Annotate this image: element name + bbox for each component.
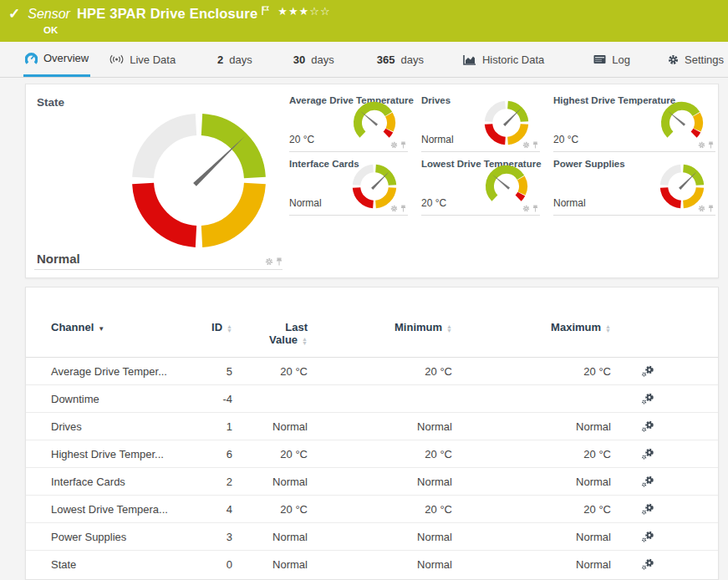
object-kind-label: Sensor: [28, 7, 70, 22]
channel-minimum: Normal: [308, 413, 452, 440]
channel-id: 0: [185, 551, 232, 578]
pin-icon[interactable]: [400, 205, 406, 212]
gauge-icon: [25, 53, 38, 64]
tab-live-data[interactable]: Live Data: [108, 42, 177, 77]
channel-id: 4: [185, 496, 232, 523]
pin-icon[interactable]: [708, 205, 714, 212]
channel-id: 1: [185, 413, 232, 440]
channel-settings-icon[interactable]: [640, 393, 718, 405]
table-row: Lowest Drive Tempera... 4 20 °C 20 °C 20…: [26, 496, 718, 523]
tab-2-days[interactable]: 2 days: [216, 42, 254, 77]
gear-icon[interactable]: [390, 141, 398, 149]
gauge-tile-lowest-drive-temperature[interactable]: Lowest Drive Temperature 20 °C: [421, 152, 540, 216]
historic-data-icon: [463, 54, 476, 65]
flag-icon[interactable]: [262, 6, 269, 15]
sort-toggle-icon: ▲▼: [227, 324, 232, 333]
channel-table: Channel▼ ID▲▼ LastValue▲▼ Minimum▲▼ Maxi…: [26, 309, 718, 578]
sort-desc-icon: ▼: [98, 325, 104, 333]
channel-maximum: Normal: [452, 523, 611, 551]
channel-id: 6: [185, 440, 232, 468]
channel-maximum: Normal: [452, 413, 611, 440]
table-row: Power Supplies 3 Normal Normal Normal: [26, 523, 718, 551]
channel-link[interactable]: State: [51, 558, 76, 571]
channel-link[interactable]: Power Supplies: [51, 531, 126, 543]
priority-stars[interactable]: ★★★☆☆: [277, 5, 330, 18]
column-header-id[interactable]: ID▲▼: [185, 309, 232, 358]
channel-link[interactable]: Interface Cards: [51, 476, 125, 488]
gear-icon[interactable]: [390, 205, 398, 212]
gauge-tile-average-drive-temperature[interactable]: Average Drive Temperature 20 °C: [289, 89, 408, 152]
channel-id: 5: [185, 358, 232, 385]
channel-settings-icon[interactable]: [640, 531, 718, 543]
gear-icon[interactable]: [265, 257, 273, 266]
channel-settings-icon[interactable]: [640, 448, 718, 460]
tab-30-days[interactable]: 30 days: [292, 42, 336, 77]
state-gauge-value: Normal: [37, 252, 80, 266]
table-row: Highest Drive Temper... 6 20 °C 20 °C 20…: [26, 440, 718, 468]
channel-last-value: 20 °C: [232, 496, 308, 523]
gear-icon[interactable]: [698, 141, 705, 149]
column-header-actions: [611, 309, 718, 358]
tab-overview[interactable]: Overview: [23, 42, 90, 77]
tab-365-days[interactable]: 365 days: [375, 42, 425, 77]
channel-last-value: Normal: [232, 523, 308, 551]
state-gauge[interactable]: [132, 114, 266, 247]
gear-icon[interactable]: [522, 205, 530, 212]
channel-maximum: [452, 385, 611, 413]
pin-icon[interactable]: [708, 141, 714, 149]
gauge-tile-power-supplies[interactable]: Power Supplies Normal: [553, 152, 715, 216]
pin-icon[interactable]: [400, 141, 406, 149]
live-data-icon: [109, 54, 124, 64]
column-header-channel[interactable]: Channel▼: [26, 309, 185, 358]
gauge-tile-interface-cards[interactable]: Interface Cards Normal: [289, 152, 408, 216]
gear-icon: [668, 54, 679, 65]
channel-link[interactable]: Drives: [51, 420, 82, 433]
channel-maximum: Normal: [452, 468, 611, 496]
sort-toggle-icon: ▲▼: [605, 324, 611, 333]
channel-maximum: 20 °C: [452, 440, 611, 468]
channel-minimum: [308, 385, 452, 413]
channel-link[interactable]: Average Drive Temper...: [51, 365, 167, 378]
channel-minimum: Normal: [308, 523, 452, 551]
channel-settings-icon[interactable]: [640, 476, 718, 488]
channel-maximum: 20 °C: [452, 496, 611, 523]
column-header-last-value[interactable]: LastValue▲▼: [232, 309, 308, 358]
channel-settings-icon[interactable]: [640, 503, 718, 516]
channel-minimum: 20 °C: [308, 358, 452, 385]
pin-icon[interactable]: [276, 257, 283, 266]
channel-table-panel: Channel▼ ID▲▼ LastValue▲▼ Minimum▲▼ Maxi…: [25, 287, 719, 580]
table-row: Drives 1 Normal Normal Normal: [26, 413, 718, 440]
temperature-gauge-icon: [352, 100, 397, 145]
gauge-tile-drives[interactable]: Drives Normal: [421, 89, 540, 152]
gear-icon[interactable]: [522, 141, 530, 149]
channel-maximum: 20 °C: [452, 358, 611, 385]
channel-minimum: 20 °C: [308, 496, 452, 523]
state-gauge-title: State: [37, 96, 64, 109]
tab-settings[interactable]: Settings: [666, 42, 725, 77]
channel-settings-icon[interactable]: [640, 558, 718, 571]
table-row: Average Drive Temper... 5 20 °C 20 °C 20…: [26, 358, 718, 385]
column-header-maximum[interactable]: Maximum▲▼: [452, 309, 611, 358]
table-row: Interface Cards 2 Normal Normal Normal: [26, 468, 718, 496]
channel-id: -4: [185, 385, 232, 413]
channel-link[interactable]: Downtime: [51, 393, 99, 405]
channel-link[interactable]: Highest Drive Temper...: [51, 448, 164, 460]
channel-link[interactable]: Lowest Drive Tempera...: [51, 503, 168, 516]
mini-gauge-grid: Average Drive Temperature 20 °C Drives: [289, 89, 717, 216]
pin-icon[interactable]: [532, 205, 538, 212]
divider: [34, 269, 283, 270]
channel-settings-icon[interactable]: [640, 365, 718, 378]
column-header-minimum[interactable]: Minimum▲▼: [308, 309, 452, 358]
temperature-gauge-icon: [484, 164, 529, 209]
gauge-tile-highest-drive-temperature[interactable]: Highest Drive Temperature 20 °C: [553, 89, 715, 152]
channel-minimum: 20 °C: [308, 440, 452, 468]
channel-minimum: Normal: [308, 551, 452, 578]
gear-icon[interactable]: [698, 205, 705, 212]
channel-last-value: Normal: [232, 551, 308, 578]
channel-settings-icon[interactable]: [640, 420, 718, 433]
pin-icon[interactable]: [532, 141, 538, 149]
gauges-panel: State Normal Average Drive: [25, 84, 719, 278]
tab-historic-data[interactable]: Historic Data: [461, 42, 546, 77]
tab-log[interactable]: Log: [592, 42, 632, 77]
channel-last-value: 20 °C: [232, 358, 308, 385]
